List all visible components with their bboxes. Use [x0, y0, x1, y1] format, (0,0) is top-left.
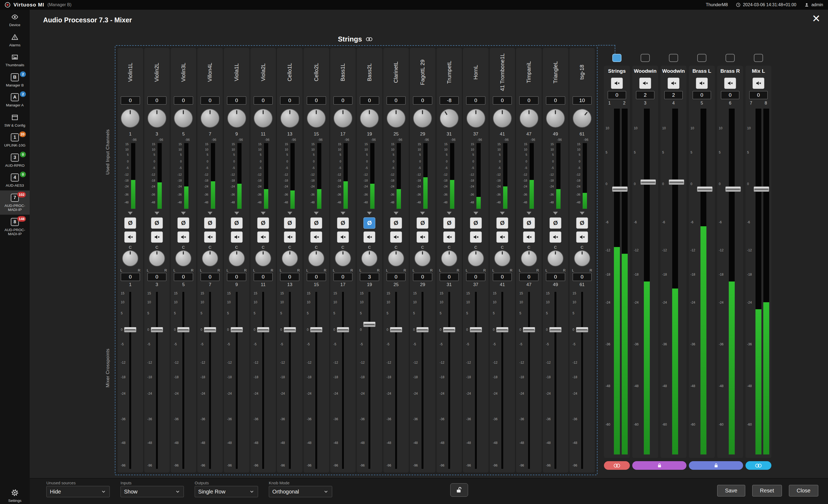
fader-handle[interactable] [363, 322, 376, 327]
mute-button[interactable] [177, 231, 189, 243]
dropdown-inputs[interactable]: Show [121, 486, 184, 497]
reset-button[interactable]: Reset [752, 485, 782, 497]
phase-button[interactable]: Ø [523, 217, 535, 229]
phase-button[interactable]: Ø [124, 217, 136, 229]
gain-value[interactable]: 0 [493, 96, 512, 104]
crosspoint-gain-value[interactable]: 0 [519, 273, 538, 281]
crosspoint-gain-value[interactable]: 0 [440, 273, 459, 281]
output-gain-value[interactable]: 0 [608, 91, 626, 99]
gain-knob[interactable] [463, 106, 488, 130]
output-select-checkbox[interactable] [612, 54, 621, 62]
output-select-checkbox[interactable] [726, 54, 735, 62]
crosspoint-gain-value[interactable]: 0 [280, 273, 299, 281]
gain-value[interactable]: 0 [201, 96, 220, 104]
mute-button[interactable] [364, 231, 375, 243]
gain-knob[interactable] [118, 106, 142, 130]
crosspoint-gain-value[interactable]: 0 [466, 273, 485, 281]
sidebar-item-aud-rpro[interactable]: 30AUD-RPRO [0, 150, 30, 171]
mute-button[interactable] [124, 231, 136, 243]
crosspoint-fader[interactable]: 151050-5-12-18-24-36-48-96 [304, 289, 329, 472]
gain-knob[interactable] [145, 106, 169, 130]
dropdown-unused-sources[interactable]: Hide [46, 486, 110, 497]
dropdown-knob-mode[interactable]: Orthogonal [269, 486, 332, 497]
gain-value[interactable]: -8 [440, 96, 459, 104]
gain-value[interactable]: 0 [254, 96, 273, 104]
gain-knob[interactable] [410, 106, 435, 130]
crosspoint-fader[interactable]: 151050-5-12-18-24-36-48-96 [437, 289, 462, 472]
output-gain-value[interactable]: 2 [636, 91, 654, 99]
fader-handle[interactable] [151, 327, 163, 332]
gain-value[interactable]: 0 [519, 96, 538, 104]
mute-button[interactable] [576, 231, 588, 243]
user-menu[interactable]: admin [804, 2, 823, 7]
mute-button[interactable] [752, 78, 764, 89]
close-button[interactable]: Close [789, 485, 818, 497]
crosspoint-fader[interactable]: 151050-5-12-18-24-36-48-96 [543, 289, 568, 472]
mute-button[interactable] [668, 78, 679, 89]
crosspoint-gain-value[interactable]: 0 [201, 273, 220, 281]
gain-knob[interactable] [570, 106, 594, 130]
output-gain-value[interactable]: 0 [693, 91, 711, 99]
phase-button[interactable]: Ø [417, 217, 428, 229]
gain-value[interactable]: 0 [280, 96, 299, 104]
pan-knob[interactable] [335, 250, 351, 266]
crosspoint-gain-value[interactable]: 0 [307, 273, 326, 281]
fader-handle[interactable] [310, 327, 323, 332]
gain-knob[interactable] [490, 106, 515, 130]
mute-button[interactable] [390, 231, 402, 243]
fader-handle[interactable] [390, 327, 402, 332]
gain-knob[interactable] [543, 106, 568, 130]
phase-button[interactable]: Ø [443, 217, 455, 229]
locked-link-pill[interactable] [632, 461, 687, 470]
gain-value[interactable]: 0 [466, 96, 485, 104]
crosspoint-fader[interactable]: 151050-5-12-18-24-36-48-96 [570, 289, 594, 472]
phase-button[interactable]: Ø [390, 217, 402, 229]
crosspoint-gain-value[interactable]: 0 [121, 273, 140, 281]
fader-handle[interactable] [337, 327, 349, 332]
sidebar-item-aud-proc-madi-ip[interactable]: 8148AUD-PROC-MADI-IP [0, 215, 30, 239]
pan-knob[interactable] [547, 250, 564, 266]
gain-knob[interactable] [357, 106, 382, 130]
pan-knob[interactable] [122, 250, 138, 266]
mute-button[interactable] [231, 231, 243, 243]
output-select-checkbox[interactable] [754, 54, 763, 62]
pan-knob[interactable] [229, 250, 245, 266]
pan-knob[interactable] [574, 250, 590, 266]
gain-knob[interactable] [224, 106, 249, 130]
crosspoint-fader[interactable]: 151050-5-12-18-24-36-48-96 [224, 289, 249, 472]
gain-value[interactable]: 0 [227, 96, 246, 104]
pan-knob[interactable] [282, 250, 298, 266]
sidebar-item-alarms[interactable]: Alarms [0, 30, 30, 50]
crosspoint-fader[interactable]: 151050-5-12-18-24-36-48-96 [357, 289, 382, 472]
crosspoint-gain-value[interactable]: 0 [334, 273, 353, 281]
fader-handle[interactable] [697, 186, 713, 192]
gain-knob[interactable] [384, 106, 409, 130]
pan-knob[interactable] [361, 250, 377, 266]
pan-knob[interactable] [468, 250, 484, 266]
mute-button[interactable] [496, 231, 508, 243]
crosspoint-fader[interactable]: 151050-5-12-18-24-36-48-96 [490, 289, 515, 472]
fader-handle[interactable] [231, 327, 243, 332]
gain-value[interactable]: 0 [121, 96, 140, 104]
crosspoint-fader[interactable]: 151050-5-12-18-24-36-48-96 [516, 289, 541, 472]
mute-button[interactable] [611, 78, 623, 89]
crosspoint-fader[interactable]: 151050-5-12-18-24-36-48-96 [410, 289, 435, 472]
gain-knob[interactable] [331, 106, 355, 130]
sidebar-item-device[interactable]: Device [0, 10, 30, 30]
crosspoint-gain-value[interactable]: 3 [360, 273, 379, 281]
pan-knob[interactable] [521, 250, 537, 266]
phase-button[interactable]: Ø [151, 217, 163, 229]
gain-value[interactable]: 0 [148, 96, 167, 104]
phase-button[interactable]: Ø [496, 217, 508, 229]
gain-knob[interactable] [198, 106, 222, 130]
phase-button[interactable]: Ø [177, 217, 189, 229]
fader-handle[interactable] [204, 327, 216, 332]
fader-handle[interactable] [669, 179, 684, 185]
pan-knob[interactable] [255, 250, 271, 266]
gain-value[interactable]: 0 [360, 96, 379, 104]
sidebar-item-settings[interactable]: Settings [0, 486, 30, 504]
sidebar-item-manager-a[interactable]: A2Manager A [0, 90, 30, 110]
phase-button[interactable]: Ø [470, 217, 482, 229]
pan-knob[interactable] [175, 250, 192, 266]
gain-value[interactable]: 0 [546, 96, 565, 104]
